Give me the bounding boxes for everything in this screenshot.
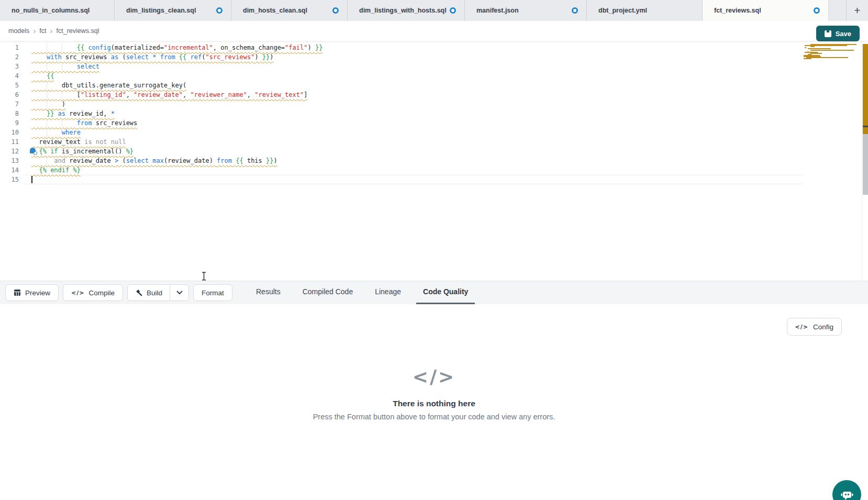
preview-button-label: Preview xyxy=(25,289,50,297)
file-tab-manifest.json[interactable]: manifest.json xyxy=(465,0,587,21)
format-button[interactable]: Format xyxy=(193,284,232,301)
file-tab-label: fct_reviews.sql xyxy=(714,7,761,14)
code-line-text: {{ xyxy=(31,71,54,81)
hammer-icon xyxy=(135,289,142,296)
tab-lineage[interactable]: Lineage xyxy=(368,281,408,304)
code-line-8[interactable]: 8 }} as review_id, * xyxy=(0,109,868,118)
file-tab-dbt_project.yml[interactable]: dbt_project.yml xyxy=(587,0,703,21)
code-brackets-icon: </> xyxy=(795,324,808,330)
text-caret xyxy=(31,176,32,183)
line-number: 12 xyxy=(0,147,19,156)
line-number: 7 xyxy=(0,99,19,109)
line-number: 1 xyxy=(0,43,19,52)
chevron-down-icon xyxy=(176,291,183,295)
file-tab-label: no_nulls_in_columns.sql xyxy=(12,7,90,14)
file-tab-dim_listings_clean.sql[interactable]: dim_listings_clean.sql xyxy=(115,0,231,21)
line-number: 9 xyxy=(0,118,19,128)
breadcrumb-segment-models[interactable]: models xyxy=(8,27,29,35)
code-line-14[interactable]: 14 {% endif %} xyxy=(0,165,868,175)
code-line-5[interactable]: 5 dbt_utils.generate_surrogate_key( xyxy=(0,81,868,90)
code-line-text: {% endif %} xyxy=(31,165,81,175)
modified-dot-icon xyxy=(216,7,222,14)
file-tab-label: dbt_project.yml xyxy=(598,7,647,14)
code-line-text: {{ config(materialized="incremental", on… xyxy=(31,43,322,52)
overview-warning-marks xyxy=(863,44,868,134)
config-button[interactable]: </> Config xyxy=(787,318,842,336)
empty-state: </> There is nothing here Press the Form… xyxy=(0,366,868,421)
line-number: 11 xyxy=(0,137,19,147)
file-tab-label: dim_listings_with_hosts.sql xyxy=(359,7,447,14)
modified-dot-icon xyxy=(572,7,578,14)
scrollbar-track[interactable] xyxy=(862,41,868,281)
compile-button-label: Compile xyxy=(88,289,115,297)
scrollbar-thumb[interactable] xyxy=(863,134,868,195)
code-line-text: ["listing_id", "review_date", "reviewer_… xyxy=(31,90,307,99)
minimap-line xyxy=(805,47,806,48)
code-line-7[interactable]: 7 ) xyxy=(0,99,868,109)
line-number: 6 xyxy=(0,90,19,99)
file-tab-label: manifest.json xyxy=(476,7,519,14)
build-split-button: Build xyxy=(127,284,189,301)
line-number: 14 xyxy=(0,165,19,175)
line-number: 5 xyxy=(0,81,19,90)
chevron-right-icon: › xyxy=(33,26,36,35)
line-number: 13 xyxy=(0,156,19,165)
copilot-suggestion-icon[interactable] xyxy=(30,148,39,155)
minimap-line xyxy=(810,50,853,51)
tab-results[interactable]: Results xyxy=(249,281,287,304)
build-button-label: Build xyxy=(147,289,162,297)
line-number: 3 xyxy=(0,62,19,71)
chevron-right-icon: › xyxy=(50,26,53,35)
minimap[interactable] xyxy=(802,44,861,63)
tab-bar-filler xyxy=(829,0,846,21)
code-line-4[interactable]: 4 {{ xyxy=(0,71,868,81)
code-line-6[interactable]: 6 ["listing_id", "review_date", "reviewe… xyxy=(0,90,868,99)
code-line-1[interactable]: 1 {{ config(materialized="incremental", … xyxy=(0,43,868,52)
breadcrumb-bar: models › fct › fct_reviews.sql Save xyxy=(0,21,868,41)
save-button-label: Save xyxy=(836,30,851,38)
minimap-line xyxy=(806,57,848,58)
code-line-2[interactable]: 2 with src_reviews as (select * from {{ … xyxy=(0,52,868,62)
code-line-text: select xyxy=(31,62,99,71)
code-editor[interactable]: 1 {{ config(materialized="incremental", … xyxy=(0,41,868,281)
code-line-12[interactable]: 12 {% if is_incremental() %} xyxy=(0,147,868,156)
new-tab-button[interactable]: + xyxy=(846,0,868,21)
code-line-13[interactable]: 13 and review_date > (select max(review_… xyxy=(0,156,868,165)
line-number: 8 xyxy=(0,109,19,118)
line-number: 4 xyxy=(0,71,19,81)
file-tab-bar: no_nulls_in_columns.sqldim_listings_clea… xyxy=(0,0,868,21)
mouse-ibeam-cursor xyxy=(201,272,207,281)
grid-table-icon xyxy=(14,289,21,296)
file-tab-dim_hosts_clean.sql[interactable]: dim_hosts_clean.sql xyxy=(231,0,348,21)
build-button[interactable]: Build xyxy=(128,285,170,301)
file-tab-fct_reviews.sql[interactable]: fct_reviews.sql xyxy=(703,0,829,21)
minimap-line xyxy=(810,53,822,54)
file-tab-no_nulls_in_columns.sql[interactable]: no_nulls_in_columns.sql xyxy=(0,0,115,21)
file-tab-label: dim_hosts_clean.sql xyxy=(243,7,307,14)
file-tab-label: dim_listings_clean.sql xyxy=(126,7,196,14)
overview-cursor-mark xyxy=(863,126,868,127)
line-number: 15 xyxy=(0,175,19,184)
code-line-3[interactable]: 3 select xyxy=(0,62,868,71)
code-line-text: and review_date > (select max(review_dat… xyxy=(31,156,277,165)
code-line-9[interactable]: 9 from src_reviews xyxy=(0,118,868,128)
preview-button[interactable]: Preview xyxy=(5,284,59,301)
robot-chat-icon xyxy=(840,487,854,500)
code-line-text: review_text is not null xyxy=(31,137,126,147)
code-line-15[interactable]: 15 xyxy=(0,175,868,184)
compile-button[interactable]: </> Compile xyxy=(63,284,123,301)
tab-code-quality[interactable]: Code Quality xyxy=(416,281,475,304)
code-line-text: {% if is_incremental() %} xyxy=(31,147,133,156)
code-line-11[interactable]: 11 review_text is not null xyxy=(0,137,868,147)
breadcrumb-segment-fct[interactable]: fct xyxy=(39,27,46,35)
code-line-10[interactable]: 10 where xyxy=(0,128,868,137)
save-button[interactable]: Save xyxy=(816,26,860,41)
panel-tab-bar: Results Compiled Code Lineage Code Quali… xyxy=(249,281,475,304)
tab-compiled-code[interactable]: Compiled Code xyxy=(296,281,360,304)
build-dropdown-button[interactable] xyxy=(170,285,188,301)
code-line-text: }} as review_id, * xyxy=(31,109,115,118)
file-tab-dim_listings_with_hosts.sql[interactable]: dim_listings_with_hosts.sql xyxy=(348,0,465,21)
empty-state-title: There is nothing here xyxy=(0,399,868,408)
code-line-text: dbt_utils.generate_surrogate_key( xyxy=(31,81,186,90)
modified-dot-icon xyxy=(332,7,339,14)
